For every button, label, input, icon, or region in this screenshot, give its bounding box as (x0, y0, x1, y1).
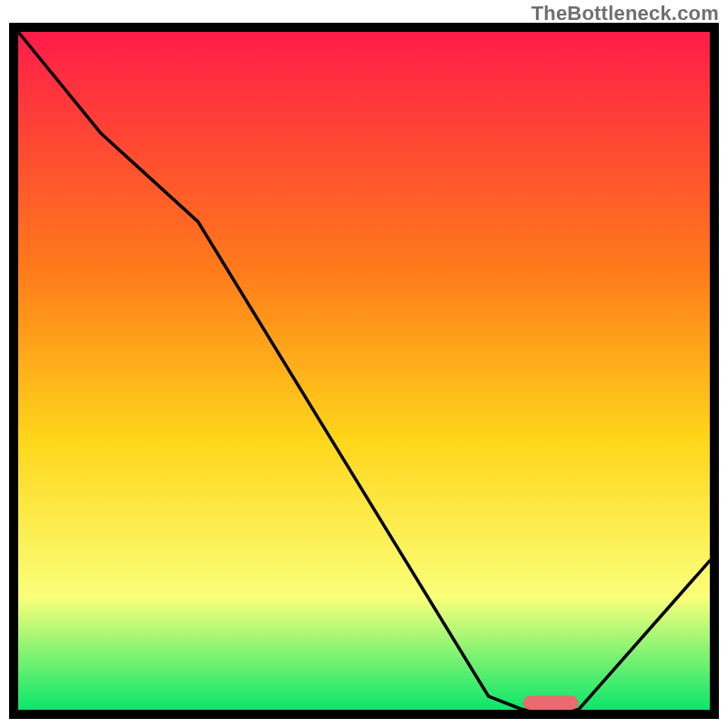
bottleneck-chart (9, 23, 719, 719)
optimum-marker (523, 695, 579, 710)
chart-frame: TheBottleneck.com (0, 0, 728, 728)
gradient-background (14, 27, 714, 714)
plot-area (9, 23, 719, 719)
